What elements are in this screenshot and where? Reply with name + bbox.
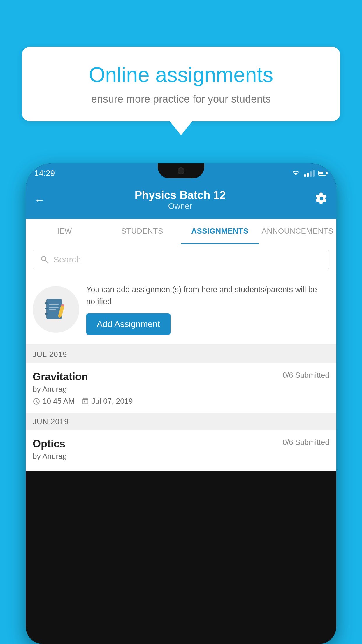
- assignment-name-optics: Optics: [33, 438, 65, 450]
- wifi-icon: [291, 170, 301, 176]
- assignment-by: by Anurag: [33, 385, 329, 394]
- search-bar[interactable]: Search: [33, 250, 329, 270]
- settings-button[interactable]: [315, 192, 328, 207]
- speech-bubble: Online assignments ensure more practice …: [22, 47, 340, 121]
- svg-rect-4: [49, 304, 59, 305]
- svg-rect-3: [45, 313, 48, 315]
- section-header-jun: JUN 2019: [26, 413, 336, 430]
- assignment-submitted-optics: 0/6 Submitted: [283, 438, 329, 447]
- app-header: ← Physics Batch 12 Owner: [26, 183, 336, 219]
- assignment-top-row-optics: Optics 0/6 Submitted: [33, 438, 329, 450]
- phone-frame: 14:29: [26, 163, 336, 644]
- add-assignment-button[interactable]: Add Assignment: [86, 313, 171, 335]
- assignment-top-row: Gravitation 0/6 Submitted: [33, 371, 329, 383]
- phone-screen: Search: [26, 244, 336, 471]
- tabs-bar: IEW STUDENTS ASSIGNMENTS ANNOUNCEMENTS: [26, 219, 336, 244]
- meta-date: Jul 07, 2019: [82, 397, 133, 406]
- search-container: Search: [26, 244, 336, 275]
- battery-icon: [318, 171, 328, 176]
- speech-bubble-title: Online assignments: [41, 63, 321, 87]
- assignment-name: Gravitation: [33, 371, 88, 383]
- camera: [178, 167, 184, 174]
- gear-icon: [315, 192, 328, 205]
- assignment-submitted: 0/6 Submitted: [283, 371, 329, 380]
- promo-right: You can add assignment(s) from here and …: [86, 284, 329, 335]
- assignment-meta: 10:45 AM Jul 07, 2019: [33, 397, 329, 406]
- assignment-date: Jul 07, 2019: [92, 397, 133, 406]
- search-placeholder: Search: [53, 255, 81, 265]
- batch-title: Physics Batch 12: [135, 189, 226, 202]
- assignment-item-gravitation[interactable]: Gravitation 0/6 Submitted by Anurag 10:4…: [26, 363, 336, 413]
- clock-icon: [33, 398, 40, 405]
- assignment-by-optics: by Anurag: [33, 452, 329, 461]
- back-button[interactable]: ←: [34, 194, 45, 206]
- svg-rect-2: [45, 308, 48, 309]
- promo-description: You can add assignment(s) from here and …: [86, 284, 329, 307]
- svg-rect-1: [45, 302, 48, 304]
- signal-icon: [304, 170, 315, 177]
- tab-assignments[interactable]: ASSIGNMENTS: [181, 219, 259, 244]
- tab-students[interactable]: STUDENTS: [103, 219, 181, 244]
- tab-iew[interactable]: IEW: [26, 219, 103, 244]
- status-time: 14:29: [34, 169, 55, 178]
- assignment-item-optics[interactable]: Optics 0/6 Submitted by Anurag: [26, 430, 336, 471]
- promo-section: You can add assignment(s) from here and …: [26, 275, 336, 346]
- header-center: Physics Batch 12 Owner: [135, 189, 226, 211]
- speech-bubble-container: Online assignments ensure more practice …: [22, 47, 340, 121]
- notebook-icon: [43, 296, 69, 323]
- status-icons: [291, 170, 328, 177]
- section-header-jul: JUL 2019: [26, 346, 336, 363]
- tab-announcements[interactable]: ANNOUNCEMENTS: [259, 219, 337, 244]
- phone-notch: [158, 163, 204, 178]
- status-bar: 14:29: [26, 163, 336, 183]
- svg-rect-5: [49, 307, 59, 308]
- meta-time: 10:45 AM: [33, 397, 75, 406]
- svg-rect-6: [49, 309, 56, 310]
- batch-subtitle: Owner: [135, 202, 226, 211]
- promo-icon-circle: [33, 286, 79, 333]
- assignment-time: 10:45 AM: [43, 397, 75, 406]
- speech-bubble-subtitle: ensure more practice for your students: [41, 93, 321, 105]
- search-icon: [40, 255, 49, 264]
- calendar-icon: [82, 398, 89, 405]
